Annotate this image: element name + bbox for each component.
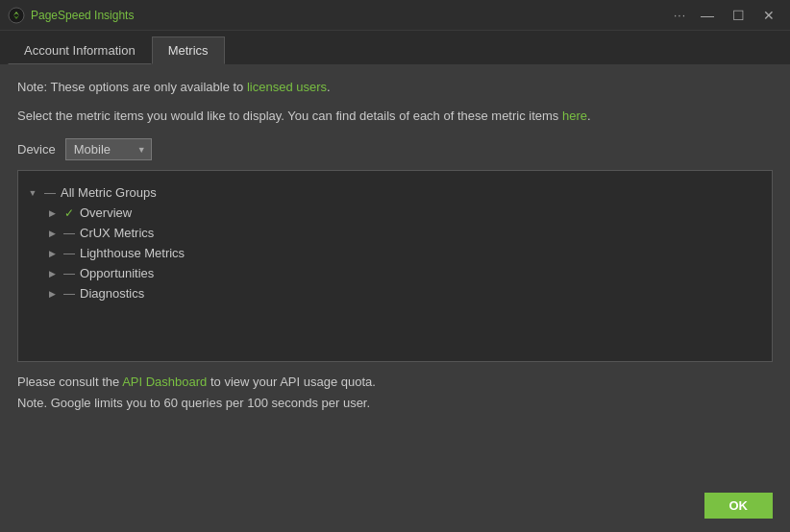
note-line-2: Select the metric items you would like t… [17, 107, 773, 126]
maximize-button[interactable]: ☐ [725, 6, 752, 25]
device-select-wrapper: Mobile Desktop [65, 138, 152, 160]
tree-dash-crux: — [62, 227, 76, 240]
tree-item-diagnostics[interactable]: ▶ — Diagnostics [26, 283, 764, 303]
tree-item-overview[interactable]: ▶ ✓ Overview [26, 203, 764, 223]
main-window: Account Information Metrics Note: These … [0, 31, 790, 532]
footer-note: Please consult the API Dashboard to view… [17, 372, 773, 414]
note-line-1: Note: These options are only available t… [17, 78, 773, 97]
svg-point-0 [9, 8, 24, 23]
title-bar-left: PageSpeed Insights [8, 7, 134, 24]
tree-item-crux-metrics[interactable]: ▶ — CrUX Metrics [26, 223, 764, 243]
footer-line1-prefix: Please consult the [17, 375, 122, 389]
footer-line2: Note. Google limits you to 60 queries pe… [17, 396, 370, 410]
title-bar-dots: ··· [674, 9, 686, 22]
tree-label-all-metric-groups: All Metric Groups [61, 185, 157, 200]
tree-label-diagnostics: Diagnostics [80, 286, 144, 301]
note2-suffix: . [587, 109, 591, 123]
tree-arrow-diagnostics: ▶ [45, 289, 59, 299]
tree-item-opportunities[interactable]: ▶ — Opportunities [26, 263, 764, 283]
tree-dash-diagnostics: — [62, 287, 76, 301]
title-bar: PageSpeed Insights ··· — ☐ ✕ [0, 0, 790, 31]
tree-arrow-crux: ▶ [45, 229, 59, 238]
tree-dash-lighthouse: — [62, 247, 76, 260]
minimize-button[interactable]: — [694, 6, 721, 25]
note1-suffix: . [327, 80, 331, 94]
note2-prefix: Select the metric items you would like t… [17, 109, 562, 123]
tab-account-information[interactable]: Account Information [8, 36, 152, 64]
app-title: PageSpeed Insights [31, 9, 134, 22]
tree-arrow-lighthouse: ▶ [45, 249, 59, 258]
tree-label-overview: Overview [80, 206, 132, 220]
tree-arrow-all: ▼ [26, 188, 39, 198]
metric-groups-tree: ▼ — All Metric Groups ▶ ✓ Overview ▶ — C… [17, 170, 773, 362]
tree-item-all-metric-groups[interactable]: ▼ — All Metric Groups [26, 182, 764, 203]
tree-arrow-opportunities: ▶ [45, 269, 59, 278]
here-link[interactable]: here [562, 109, 587, 123]
device-label: Device [17, 142, 56, 157]
app-name-text: PageSpeed [31, 9, 94, 22]
title-bar-controls: ··· — ☐ ✕ [674, 6, 782, 25]
tree-check-overview: ✓ [62, 206, 76, 220]
tree-dash-opportunities: — [62, 267, 76, 280]
content-area: Note: These options are only available t… [0, 64, 790, 483]
app-name-accent: Insights [94, 9, 134, 22]
tab-metrics[interactable]: Metrics [152, 36, 225, 64]
tree-label-crux-metrics: CrUX Metrics [80, 226, 154, 240]
app-icon [8, 7, 25, 24]
tree-label-opportunities: Opportunities [80, 266, 154, 280]
ok-button[interactable]: OK [704, 493, 774, 519]
tree-arrow-overview: ▶ [45, 208, 59, 218]
footer-line1-suffix: to view your API usage quota. [207, 375, 376, 389]
device-select[interactable]: Mobile Desktop [65, 138, 152, 160]
tree-label-lighthouse-metrics: Lighthouse Metrics [80, 246, 185, 260]
licensed-users-link[interactable]: licensed users [247, 80, 327, 94]
device-row: Device Mobile Desktop [17, 138, 773, 160]
ok-bar: OK [0, 483, 790, 532]
tree-item-lighthouse-metrics[interactable]: ▶ — Lighthouse Metrics [26, 243, 764, 263]
tab-bar: Account Information Metrics [0, 31, 790, 64]
note1-prefix: Note: These options are only available t… [17, 80, 247, 94]
close-button[interactable]: ✕ [755, 6, 782, 25]
api-dashboard-link[interactable]: API Dashboard [122, 375, 207, 389]
tree-dash-all: — [43, 186, 57, 200]
